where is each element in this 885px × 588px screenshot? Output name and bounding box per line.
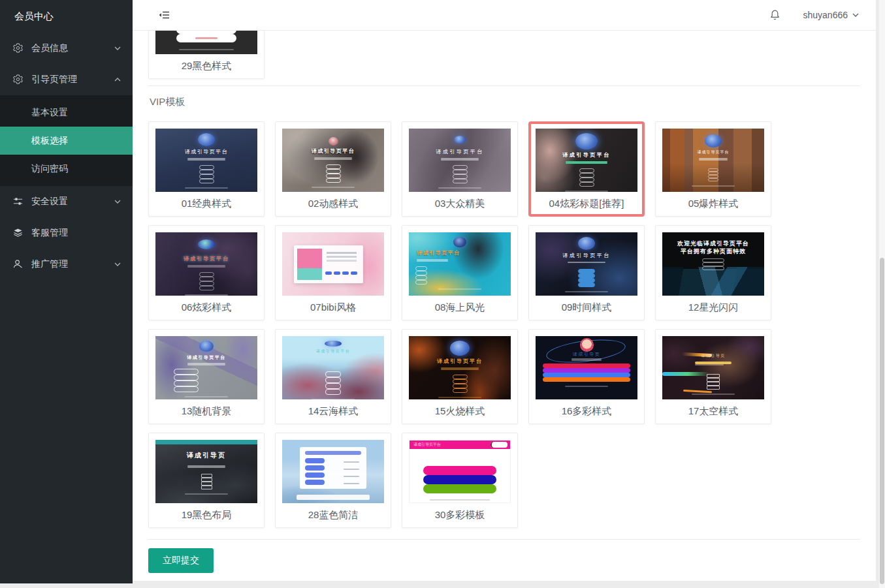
page: 会员中心 会员信息引导页管理基本设置模板选择访问密码安全设置客服管理推广管理 s… (0, 0, 885, 588)
topbar: shuyan666 (133, 0, 876, 31)
template-card[interactable]: 译成引导页平台 05爆炸样式 (655, 121, 771, 217)
template-logo-icon (198, 133, 215, 146)
notifications-bell-icon[interactable] (769, 9, 780, 21)
template-thumbnail[interactable] (155, 31, 257, 54)
template-card[interactable]: 译成引导页 19黑色布局 (148, 433, 265, 528)
template-label: 07bibi风格 (282, 296, 384, 314)
sidebar-submenu: 基本设置模板选择访问密码 (0, 95, 133, 186)
sidebar: 会员中心 会员信息引导页管理基本设置模板选择访问密码安全设置客服管理推广管理 (0, 0, 133, 583)
template-card[interactable]: 29黑色样式 (148, 31, 265, 79)
template-card[interactable]: 译成引导页平台 14云海样式 (275, 329, 391, 424)
sidebar-menu: 会员信息引导页管理基本设置模板选择访问密码安全设置客服管理推广管理 (0, 33, 133, 280)
template-thumb-title: 译成引导页平台 (698, 150, 730, 155)
sidebar-item[interactable]: 会员信息 (0, 33, 133, 64)
template-label: 04炫彩标题[推荐] (536, 192, 637, 210)
template-card[interactable]: 译成引导页平台 09时间样式 (528, 225, 645, 320)
template-card[interactable]: 译成引导页 17太空样式 (655, 329, 771, 424)
chevron-down-icon (114, 200, 121, 204)
sidebar-item[interactable]: 引导页管理 (0, 64, 133, 95)
template-thumb-title: 译成引导页平台 (436, 149, 484, 155)
sidebar-subitem[interactable]: 访问密码 (0, 155, 133, 183)
template-label: 08海上风光 (409, 296, 511, 314)
chevron-down-icon (114, 46, 121, 50)
topbar-right: shuyan666 (769, 9, 859, 21)
template-thumbnail[interactable]: 译成引导页平台 (409, 440, 511, 503)
template-label: 17太空样式 (662, 399, 764, 418)
template-thumb-title: 译成引导页平台 (437, 358, 483, 365)
footer-divider (148, 539, 860, 540)
chevron-up-icon (114, 78, 121, 82)
template-card[interactable]: 欢迎光临译成引导页平台 平台拥有多种页面特效 12星光闪闪 (655, 225, 771, 320)
template-thumb-title: 译成引导页 (187, 451, 226, 459)
template-card[interactable]: 译成引导页平台 04炫彩标题[推荐] (528, 121, 645, 217)
template-thumbnail[interactable]: 译成引导页平台 (409, 232, 511, 296)
template-thumb-title: 译成引导页平台 (316, 349, 351, 354)
template-card[interactable]: 译成引导页平台 06炫彩样式 (148, 225, 265, 320)
sidebar-item-label: 安全设置 (31, 196, 114, 208)
template-thumbnail[interactable]: 译成引导页平台 (155, 129, 257, 192)
username: shuyan666 (803, 10, 848, 20)
template-card[interactable]: 译成引导页平台 30多彩模板 (402, 433, 518, 528)
template-thumbnail[interactable] (282, 440, 384, 503)
template-label: 09时间样式 (536, 296, 637, 314)
template-thumbnail[interactable]: 译成引导页平台 (409, 336, 511, 399)
sidebar-subitem[interactable]: 基本设置 (0, 99, 133, 127)
template-card[interactable]: 译成引导页平台 01经典样式 (148, 121, 265, 217)
template-card[interactable]: 07bibi风格 (275, 225, 391, 320)
template-thumbnail[interactable]: 译成引导页平台 (409, 129, 511, 192)
collapse-sidebar-icon[interactable] (159, 10, 170, 20)
template-logo-icon (450, 341, 470, 356)
template-thumbnail[interactable]: 译成引导页平台 (155, 336, 257, 399)
sidebar-item[interactable]: 推广管理 (0, 249, 133, 280)
template-card[interactable]: 译成引导页平台 03大众精美 (402, 121, 518, 217)
free-template-section: 29黑色样式 (148, 31, 860, 79)
template-card[interactable]: 译成引导页平台 02动感样式 (275, 121, 391, 217)
user-icon (13, 259, 24, 270)
template-label: 19黑色布局 (155, 503, 257, 521)
template-thumbnail[interactable]: 译成引导页平台 (282, 336, 384, 399)
template-thumb-title: 译成引导页平台 (413, 442, 441, 448)
chevron-down-icon (852, 13, 859, 17)
sidebar-item-label: 推广管理 (31, 258, 114, 270)
page-scrollbar[interactable] (879, 0, 885, 588)
template-thumb-title: 译成引导页平台 (562, 253, 611, 259)
sidebar-subitem[interactable]: 模板选择 (0, 127, 133, 155)
template-card[interactable]: 译成引导页 16多彩样式 (528, 329, 645, 424)
sidebar-item[interactable]: 客服管理 (0, 217, 133, 249)
template-label: 06炫彩样式 (155, 296, 257, 314)
template-thumbnail[interactable]: 译成引导页平台 (662, 129, 764, 192)
template-card[interactable]: 28蓝色简洁 (275, 433, 391, 528)
template-thumbnail[interactable]: 译成引导页 (155, 440, 257, 503)
user-menu[interactable]: shuyan666 (803, 10, 859, 20)
template-label: 16多彩样式 (536, 399, 637, 418)
template-label: 13随机背景 (155, 399, 257, 418)
template-thumb-title: 译成引导页平台 (187, 354, 226, 360)
template-thumb-title: 译成引导页平台 (184, 256, 229, 262)
template-thumbnail[interactable]: 欢迎光临译成引导页平台 平台拥有多种页面特效 (662, 232, 764, 296)
template-thumbnail[interactable]: 译成引导页平台 (155, 232, 257, 296)
gear-icon (13, 74, 24, 85)
template-label: 01经典样式 (155, 192, 257, 210)
template-logo-icon (705, 134, 722, 147)
template-card[interactable]: 译成引导页平台 08海上风光 (402, 225, 518, 320)
template-thumbnail[interactable]: 译成引导页平台 (282, 129, 384, 192)
template-card[interactable]: 译成引导页平台 15火烧样式 (402, 329, 518, 424)
template-thumbnail[interactable]: 译成引导页 (536, 336, 637, 399)
template-thumb-title: 欢迎光临译成引导页平台 平台拥有多种页面特效 (677, 240, 749, 255)
scrollbar-thumb[interactable] (880, 258, 884, 584)
gear-icon (13, 43, 24, 54)
template-logo-icon (575, 133, 598, 149)
template-thumbnail[interactable]: 译成引导页平台 (536, 232, 637, 296)
template-logo-icon (199, 341, 214, 352)
template-card[interactable]: 译成引导页平台 13随机背景 (148, 329, 265, 424)
vip-section-title: VIP模板 (150, 96, 860, 108)
template-logo-icon (325, 341, 342, 347)
sidebar-item[interactable]: 安全设置 (0, 186, 133, 217)
template-thumbnail[interactable] (282, 232, 384, 296)
submit-button[interactable]: 立即提交 (148, 548, 214, 573)
template-thumbnail[interactable]: 译成引导页 (662, 336, 764, 399)
template-label: 05爆炸样式 (662, 192, 764, 210)
template-logo-icon (198, 240, 215, 249)
app-title: 会员中心 (0, 0, 133, 33)
template-thumbnail[interactable]: 译成引导页平台 (536, 129, 637, 192)
